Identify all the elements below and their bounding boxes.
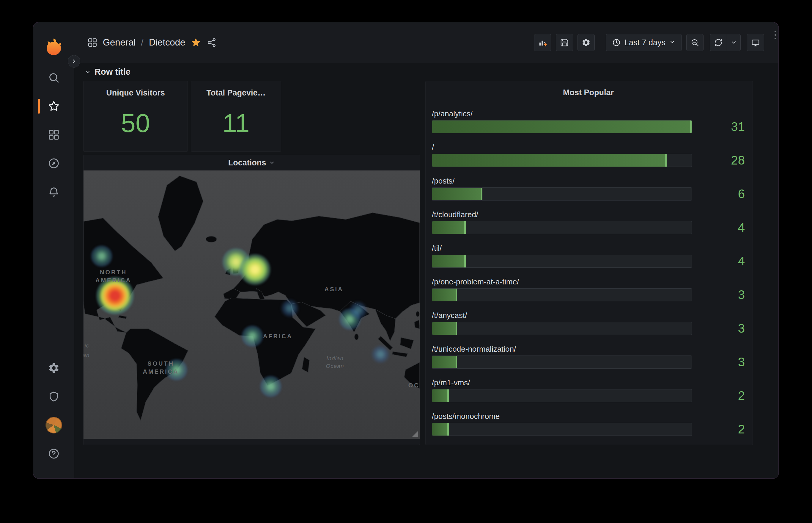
bar-track bbox=[432, 120, 692, 133]
bar-gauge-row: /t/cloudflared/ 4 bbox=[432, 210, 745, 234]
chevron-down-icon bbox=[84, 69, 91, 75]
map-label: ASIA bbox=[324, 285, 344, 293]
bar-gauge-rows: /p/analytics/ 31 / 28 /posts/ 6 /t/cloud… bbox=[432, 109, 745, 436]
bar-value: 28 bbox=[692, 154, 745, 167]
grid-icon bbox=[48, 129, 60, 141]
bar-value: 2 bbox=[692, 423, 745, 436]
bar-gauge-row: /t/unicode-normalization/ 3 bbox=[432, 344, 745, 368]
add-panel-button[interactable] bbox=[534, 34, 551, 51]
bar-value: 6 bbox=[692, 187, 745, 200]
refresh-button-group bbox=[710, 34, 741, 51]
map-label: Indian Ocean bbox=[326, 355, 344, 370]
dashboard-content: Row title Unique Visitors 50 Total Pagev… bbox=[74, 63, 778, 479]
grafana-logo[interactable] bbox=[42, 36, 65, 59]
bar-value: 4 bbox=[692, 255, 745, 268]
bar-track bbox=[432, 423, 692, 436]
bar-track bbox=[432, 322, 692, 335]
chevron-right-icon bbox=[71, 58, 77, 64]
bar-fill bbox=[432, 423, 449, 435]
bar-track bbox=[432, 356, 692, 368]
tv-mode-button[interactable] bbox=[747, 34, 764, 51]
map-label: AFRICA bbox=[263, 332, 293, 340]
bar-track bbox=[432, 187, 692, 200]
sidebar-nav-top bbox=[43, 67, 65, 203]
panel-title[interactable]: Total Pagevie… bbox=[206, 88, 265, 97]
bar-label: /p/analytics/ bbox=[432, 109, 692, 118]
bar-track bbox=[432, 288, 692, 301]
dashboard-grid: Unique Visitors 50 Total Pagevie… 11 Loc… bbox=[83, 81, 753, 445]
refresh-interval-dropdown[interactable] bbox=[727, 34, 741, 51]
sidebar-item-server-admin[interactable] bbox=[43, 385, 65, 408]
sidebar-item-search[interactable] bbox=[43, 67, 65, 89]
sidebar-item-profile[interactable] bbox=[43, 414, 65, 436]
map-label: SOUTH AMERICA bbox=[143, 360, 178, 376]
bar-track bbox=[432, 255, 692, 268]
favorite-star-icon[interactable] bbox=[190, 37, 201, 48]
breadcrumb-separator: / bbox=[141, 37, 144, 48]
sidebar-expand-button[interactable] bbox=[68, 55, 80, 68]
time-range-picker[interactable]: Last 7 days bbox=[606, 34, 682, 51]
clock-icon bbox=[612, 38, 621, 47]
breadcrumb-page[interactable]: Dietcode bbox=[149, 37, 185, 48]
map-labels: NORTH AMERICASOUTH AMERICAAFRICAASIAIndi… bbox=[83, 170, 420, 439]
dashboard-header: General / Dietcode bbox=[74, 22, 778, 63]
apps-grid-icon[interactable] bbox=[88, 37, 97, 48]
bar-fill bbox=[432, 221, 466, 234]
panel-title-locations[interactable]: Locations bbox=[83, 155, 420, 170]
bar-label: /p/m1-vms/ bbox=[432, 378, 692, 387]
zoom-out-button[interactable] bbox=[686, 34, 703, 51]
bar-gauge-row: /til/ 4 bbox=[432, 244, 745, 268]
panel-most-popular: Most Popular /p/analytics/ 31 / 28 /post… bbox=[425, 81, 753, 445]
user-avatar bbox=[45, 417, 62, 433]
bar-gauge-row: /t/anycast/ 3 bbox=[432, 311, 745, 335]
bar-value: 3 bbox=[692, 356, 745, 368]
bar-label: / bbox=[432, 143, 692, 152]
main-area: General / Dietcode bbox=[74, 22, 778, 479]
bar-gauge-row: /p/m1-vms/ 2 bbox=[432, 378, 745, 402]
add-panel-icon bbox=[538, 38, 547, 47]
panel-total-pageviews: Total Pagevie… 11 bbox=[191, 81, 281, 152]
zoom-out-icon bbox=[691, 38, 699, 47]
bar-track bbox=[432, 221, 692, 234]
left-column: Unique Visitors 50 Total Pagevie… 11 Loc… bbox=[83, 81, 420, 445]
bell-icon bbox=[48, 186, 60, 198]
panel-title[interactable]: Most Popular bbox=[432, 86, 745, 99]
bar-track bbox=[432, 389, 692, 402]
save-icon bbox=[560, 38, 569, 47]
bar-label: /p/one-problem-at-a-time/ bbox=[432, 277, 692, 286]
sidebar-item-starred[interactable] bbox=[43, 95, 65, 117]
breadcrumb-section[interactable]: General bbox=[103, 37, 135, 48]
bar-label: /t/cloudflared/ bbox=[432, 210, 692, 219]
bar-gauge-row: / 28 bbox=[432, 143, 745, 167]
bar-fill bbox=[432, 289, 457, 301]
chevron-down-icon bbox=[669, 38, 676, 47]
sidebar-item-dashboards[interactable] bbox=[43, 124, 65, 146]
more-options-dots[interactable] bbox=[775, 31, 776, 39]
dashboard-toolbar: Last 7 days bbox=[534, 34, 764, 51]
bar-fill bbox=[432, 255, 466, 268]
map-attribution-toggle[interactable] bbox=[412, 431, 418, 437]
bar-fill bbox=[432, 390, 449, 402]
share-icon[interactable] bbox=[207, 37, 217, 48]
bar-gauge-row: /p/one-problem-at-a-time/ 3 bbox=[432, 277, 745, 301]
gear-icon bbox=[48, 362, 60, 374]
map-label: ic bbox=[84, 342, 89, 349]
world-map[interactable]: NORTH AMERICASOUTH AMERICAAFRICAASIAIndi… bbox=[83, 170, 420, 439]
sidebar-item-explore[interactable] bbox=[43, 152, 65, 174]
panel-title[interactable]: Unique Visitors bbox=[106, 88, 165, 97]
bar-label: /posts/monochrome bbox=[432, 412, 692, 421]
dashboard-settings-button[interactable] bbox=[578, 34, 595, 51]
row-header[interactable]: Row title bbox=[84, 67, 131, 77]
refresh-button[interactable] bbox=[710, 34, 727, 51]
bar-gauge-row: /posts/ 6 bbox=[432, 176, 745, 200]
map-label: NORTH AMERICA bbox=[95, 268, 131, 284]
sidebar-nav-bottom bbox=[43, 357, 65, 479]
gear-icon bbox=[582, 38, 590, 47]
save-dashboard-button[interactable] bbox=[556, 34, 573, 51]
sidebar-item-alerting[interactable] bbox=[43, 181, 65, 203]
map-label: OC bbox=[409, 381, 420, 389]
sidebar-item-configuration[interactable] bbox=[43, 357, 65, 379]
sidebar-item-help[interactable] bbox=[43, 443, 65, 465]
bar-track bbox=[432, 154, 692, 167]
bar-value: 2 bbox=[692, 389, 745, 402]
